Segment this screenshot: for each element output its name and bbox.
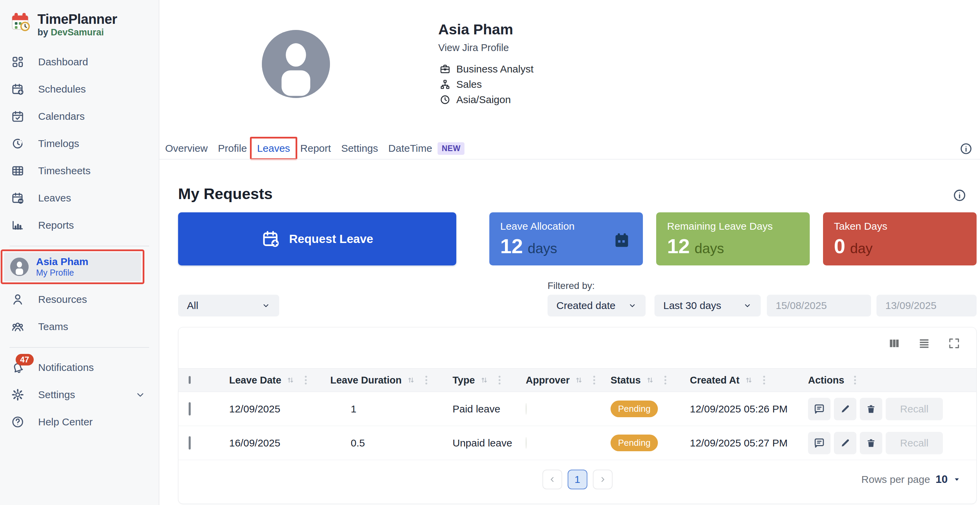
date-from-input[interactable]: 15/08/2025 [767, 295, 871, 316]
profile-tabs: Overview Profile Leaves Report Settings … [165, 138, 465, 159]
request-leave-button[interactable]: Request Leave [178, 212, 456, 265]
app-logo[interactable]: TimePlanner by DevSamurai [10, 11, 117, 38]
approver-avatar[interactable] [526, 437, 527, 449]
briefcase-icon [439, 64, 451, 75]
next-page-button[interactable] [593, 470, 612, 489]
chevron-down-icon[interactable] [134, 390, 147, 400]
requests-table-card: Leave Date Leave Duration Type Approver … [178, 327, 977, 504]
column-menu-icon[interactable] [424, 375, 428, 385]
gear-icon [11, 388, 24, 401]
column-menu-icon[interactable] [592, 375, 596, 385]
tab-profile[interactable]: Profile [218, 143, 247, 154]
row-density-icon[interactable] [918, 337, 931, 350]
sidebar-item-schedules[interactable]: Schedules [0, 76, 159, 103]
columns-icon[interactable] [888, 337, 900, 350]
calendar-plus-icon [261, 229, 280, 248]
tabs-divider [159, 159, 980, 160]
recall-button[interactable]: Recall [886, 432, 943, 454]
sidebar-item-resources[interactable]: Resources [0, 286, 159, 313]
row-checkbox[interactable] [189, 436, 191, 449]
column-header-status[interactable]: Status [611, 375, 690, 386]
sidebar: TimePlanner by DevSamurai Dashboard Sche… [0, 0, 159, 505]
tab-datetime[interactable]: DateTime NEW [388, 142, 465, 155]
comment-button[interactable] [808, 432, 830, 454]
dashboard-icon [11, 56, 24, 68]
column-header-approver[interactable]: Approver [526, 375, 611, 386]
approver-avatar[interactable] [526, 403, 527, 415]
sidebar-item-help-center[interactable]: Help Center [0, 408, 159, 435]
chevron-right-icon [599, 475, 607, 484]
rows-per-page-value[interactable]: 10 [935, 473, 948, 486]
comment-button[interactable] [808, 398, 830, 420]
sidebar-item-leaves[interactable]: Leaves [0, 184, 159, 212]
sidebar-item-label: Timelogs [38, 138, 80, 149]
calendar-icon [613, 232, 631, 249]
tab-settings[interactable]: Settings [341, 143, 378, 154]
select-all-checkbox[interactable] [189, 376, 191, 384]
sidebar-item-dashboard[interactable]: Dashboard [0, 48, 159, 76]
sort-icon[interactable] [286, 376, 295, 384]
tab-report[interactable]: Report [300, 143, 331, 154]
edit-button[interactable] [834, 398, 856, 420]
card-leave-allocation: Leave Allocation 12days [489, 212, 643, 265]
org-chart-icon [439, 79, 451, 90]
sidebar-divider [10, 347, 149, 348]
notification-count-badge: 47 [16, 354, 34, 365]
sort-icon[interactable] [480, 376, 488, 384]
column-menu-icon[interactable] [663, 375, 667, 385]
column-menu-icon[interactable] [304, 375, 308, 385]
edit-button[interactable] [834, 432, 856, 454]
users-icon [11, 320, 24, 333]
previous-page-button[interactable] [542, 470, 562, 489]
date-range-preset-select[interactable]: Last 30 days [654, 295, 761, 316]
column-menu-icon[interactable] [762, 375, 766, 385]
column-header-leave-date[interactable]: Leave Date [229, 375, 330, 386]
sidebar-item-teams[interactable]: Teams [0, 313, 159, 340]
cell-actions: Recall [808, 398, 976, 420]
sort-icon[interactable] [745, 376, 753, 384]
delete-button[interactable] [860, 432, 882, 454]
fullscreen-icon[interactable] [948, 337, 961, 350]
tab-overview[interactable]: Overview [165, 143, 208, 154]
sort-icon[interactable] [574, 376, 583, 384]
sidebar-item-calendars[interactable]: Calendars [0, 103, 159, 130]
info-icon[interactable] [959, 142, 972, 155]
column-menu-icon[interactable] [853, 375, 857, 385]
info-icon[interactable] [953, 189, 966, 202]
status-badge: Pending [611, 400, 658, 417]
row-checkbox[interactable] [189, 402, 191, 416]
sidebar-item-reports[interactable]: Reports [0, 212, 159, 239]
sidebar-item-timesheets[interactable]: Timesheets [0, 157, 159, 184]
sidebar-item-my-profile[interactable]: Asia Pham My Profile [4, 252, 141, 281]
card-value: 12 [500, 235, 523, 258]
date-to-input[interactable]: 13/09/2025 [877, 295, 977, 316]
sort-icon[interactable] [407, 376, 415, 384]
pagination: 1 [178, 470, 976, 489]
sidebar-item-timelogs[interactable]: Timelogs [0, 130, 159, 157]
column-header-actions[interactable]: Actions [808, 375, 976, 386]
sort-icon[interactable] [646, 376, 654, 384]
view-jira-profile-link[interactable]: View Jira Profile [438, 42, 509, 53]
recall-button[interactable]: Recall [886, 398, 943, 420]
cell-type: Paid leave [453, 403, 526, 415]
type-filter-select[interactable]: All [178, 295, 279, 316]
filter-field-select[interactable]: Created date [547, 295, 646, 316]
job-title: Business Analyst [456, 63, 534, 75]
card-remaining-leave-days: Remaining Leave Days 12days [656, 212, 810, 265]
column-header-leave-duration[interactable]: Leave Duration [330, 375, 453, 386]
card-unit: day [850, 241, 872, 257]
tab-leaves[interactable]: Leaves [257, 143, 290, 154]
table-grid-icon [11, 164, 24, 177]
delete-button[interactable] [860, 398, 882, 420]
pencil-icon [839, 403, 851, 414]
column-header-type[interactable]: Type [453, 375, 526, 386]
caret-down-icon[interactable] [953, 475, 961, 484]
sidebar-item-settings[interactable]: Settings [0, 381, 159, 408]
column-header-created-at[interactable]: Created At [690, 375, 808, 386]
sidebar-item-notifications[interactable]: Notifications 47 [0, 354, 159, 381]
column-menu-icon[interactable] [498, 375, 501, 385]
sidebar-item-label: Teams [38, 321, 68, 332]
sidebar-item-label: Calendars [38, 111, 85, 122]
rows-per-page: Rows per page 10 [862, 473, 961, 486]
page-number-button[interactable]: 1 [568, 470, 587, 489]
